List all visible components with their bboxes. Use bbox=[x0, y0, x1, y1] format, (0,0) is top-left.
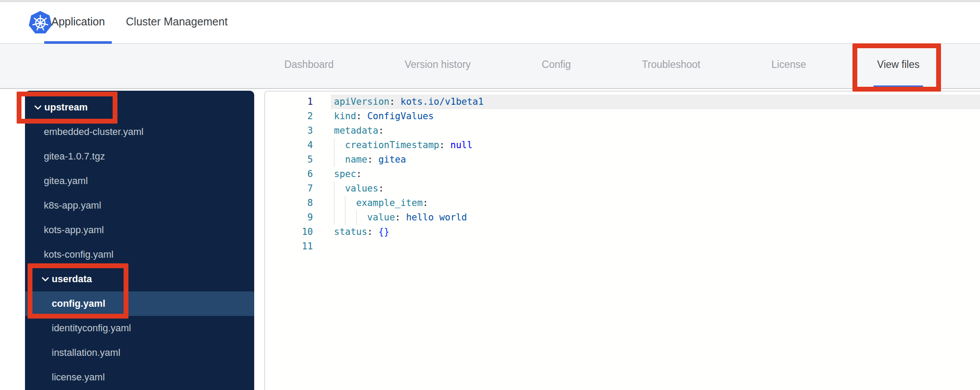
tree-item-label: gitea.yaml bbox=[44, 175, 88, 187]
code-area[interactable]: 1apiVersion: kots.io/v1beta12kind: Confi… bbox=[265, 95, 980, 254]
indent-guide bbox=[334, 210, 334, 225]
indent-guide bbox=[334, 181, 334, 196]
app-subnav: DashboardVersion historyConfigTroublesho… bbox=[0, 44, 980, 89]
indent-guide bbox=[356, 210, 357, 225]
tree-file-kots-app-yaml[interactable]: kots-app.yaml bbox=[25, 218, 254, 242]
token-key: value bbox=[367, 212, 395, 223]
code-line-8: 8 example_item: bbox=[265, 196, 980, 210]
line-content: spec: bbox=[313, 167, 980, 181]
code-line-11: 11 bbox=[265, 239, 980, 254]
code-line-5: 5 name: gitea bbox=[265, 152, 980, 167]
code-line-2: 2kind: ConfigValues bbox=[265, 109, 980, 124]
kots-admin-console: ApplicationCluster Management DashboardV… bbox=[0, 0, 980, 390]
subnav-tab-label: Troubleshoot bbox=[642, 59, 700, 71]
token-punct: : bbox=[356, 169, 362, 179]
subnav-tab-view-files[interactable]: View files bbox=[873, 44, 923, 88]
token-punct: : bbox=[395, 212, 401, 223]
token-punct: : bbox=[367, 227, 373, 237]
tree-file-embedded-cluster-yaml[interactable]: embedded-cluster.yaml bbox=[25, 120, 254, 144]
token-punct: : bbox=[378, 125, 384, 136]
code-line-3: 3metadata: bbox=[265, 124, 980, 138]
line-content: creationTimestamp: null bbox=[313, 138, 980, 152]
line-content: metadata: bbox=[313, 124, 980, 138]
subnav-tab-license[interactable]: License bbox=[768, 44, 810, 88]
file-editor-panel: 1apiVersion: kots.io/v1beta12kind: Confi… bbox=[264, 91, 980, 390]
subnav-tab-dashboard[interactable]: Dashboard bbox=[281, 44, 337, 88]
subnav-tab-label: Config bbox=[542, 59, 571, 71]
token-key: metadata bbox=[334, 125, 378, 136]
token-string: gitea bbox=[373, 154, 406, 165]
line-number: 1 bbox=[265, 95, 313, 109]
code-line-9: 9 value: hello world bbox=[265, 210, 980, 225]
token-string: kots.io/v1beta1 bbox=[395, 96, 483, 107]
subnav-tab-config[interactable]: Config bbox=[538, 44, 574, 88]
indent-guide bbox=[345, 210, 345, 225]
app-tab-application[interactable]: Application bbox=[44, 2, 112, 44]
tree-item-label: gitea-1.0.7.tgz bbox=[44, 151, 105, 162]
indent-guide bbox=[334, 138, 334, 152]
line-number: 3 bbox=[265, 124, 313, 138]
tree-item-label: identityconfig.yaml bbox=[52, 323, 131, 334]
token-key: spec bbox=[334, 169, 356, 179]
tree-item-label: kots-config.yaml bbox=[44, 249, 114, 260]
line-number: 6 bbox=[265, 167, 313, 181]
line-content: example_item: bbox=[313, 196, 980, 210]
tree-item-label: kots-app.yaml bbox=[44, 224, 104, 236]
tree-item-label: upstream bbox=[44, 102, 88, 113]
token-punct: : bbox=[356, 111, 362, 121]
token-string: hello world bbox=[401, 212, 467, 223]
code-line-1: 1apiVersion: kots.io/v1beta1 bbox=[265, 95, 980, 109]
tree-folder-upstream[interactable]: upstream bbox=[25, 95, 254, 120]
line-number: 5 bbox=[265, 152, 313, 167]
tree-item-label: config.yaml bbox=[52, 298, 105, 309]
code-line-6: 6spec: bbox=[265, 167, 980, 181]
indent-guide bbox=[334, 196, 334, 210]
line-number: 11 bbox=[265, 239, 313, 254]
line-content bbox=[313, 239, 980, 254]
app-header: ApplicationCluster Management bbox=[0, 2, 980, 44]
token-key: example_item bbox=[356, 198, 423, 208]
tree-file-config-yaml[interactable]: config.yaml bbox=[25, 291, 254, 316]
code-line-4: 4 creationTimestamp: null bbox=[265, 138, 980, 152]
token-key: values bbox=[345, 183, 378, 194]
tree-item-label: license.yaml bbox=[52, 372, 105, 383]
line-content: apiVersion: kots.io/v1beta1 bbox=[313, 95, 980, 109]
line-number: 9 bbox=[265, 210, 313, 225]
tree-item-label: installation.yaml bbox=[52, 347, 121, 358]
tree-file-gitea-yaml[interactable]: gitea.yaml bbox=[25, 169, 254, 193]
line-content: value: hello world bbox=[313, 210, 980, 225]
line-content: name: gitea bbox=[313, 152, 980, 167]
token-string: ConfigValues bbox=[362, 111, 433, 121]
token-punct: : bbox=[439, 140, 445, 150]
tree-file-installation-yaml[interactable]: installation.yaml bbox=[25, 340, 254, 365]
token-key: status bbox=[334, 227, 367, 237]
tree-file-kots-config-yaml[interactable]: kots-config.yaml bbox=[25, 242, 254, 267]
chevron-down-icon bbox=[34, 105, 42, 110]
line-content: kind: ConfigValues bbox=[313, 109, 980, 124]
subnav-tab-label: License bbox=[771, 59, 806, 71]
tree-item-label: userdata bbox=[52, 273, 92, 285]
indent-guide bbox=[345, 196, 345, 210]
subnav-tab-troubleshoot[interactable]: Troubleshoot bbox=[639, 44, 704, 88]
app-tab-label: Cluster Management bbox=[126, 15, 227, 28]
file-tree-sidebar: upstreamembedded-cluster.yamlgitea-1.0.7… bbox=[25, 91, 254, 390]
tree-file-identityconfig-yaml[interactable]: identityconfig.yaml bbox=[25, 316, 254, 340]
subnav-tab-label: Dashboard bbox=[284, 59, 334, 71]
tree-file-gitea-1-0-7-tgz[interactable]: gitea-1.0.7.tgz bbox=[25, 144, 254, 169]
app-tab-label: Application bbox=[51, 15, 105, 28]
code-line-7: 7 values: bbox=[265, 181, 980, 196]
line-number: 7 bbox=[265, 181, 313, 196]
app-header-tabs: ApplicationCluster Management bbox=[44, 2, 234, 44]
line-number: 10 bbox=[265, 225, 313, 239]
app-tab-cluster-management[interactable]: Cluster Management bbox=[119, 2, 234, 44]
line-content: values: bbox=[313, 181, 980, 196]
subnav-tab-version-history[interactable]: Version history bbox=[401, 44, 474, 88]
tree-file-k8s-app-yaml[interactable]: k8s-app.yaml bbox=[25, 193, 254, 218]
tree-folder-userdata[interactable]: userdata bbox=[25, 267, 254, 291]
code-line-10: 10status: {} bbox=[265, 225, 980, 239]
line-number: 8 bbox=[265, 196, 313, 210]
token-punct: : bbox=[378, 183, 384, 194]
tree-file-license-yaml[interactable]: license.yaml bbox=[25, 365, 254, 390]
subnav-tab-label: Version history bbox=[405, 59, 471, 71]
token-keyword: null bbox=[445, 140, 472, 150]
